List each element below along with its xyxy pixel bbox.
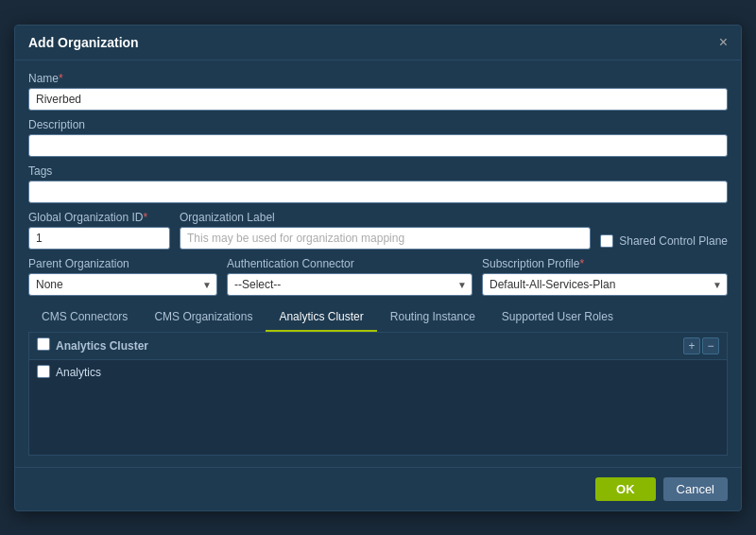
inline-fields-row: Global Organization ID* Organization Lab… <box>28 211 728 250</box>
org-label-input[interactable] <box>180 227 591 250</box>
global-org-id-label: Global Organization ID* <box>28 211 170 224</box>
add-row-button[interactable]: + <box>683 337 700 354</box>
description-field-row: Description <box>28 118 728 157</box>
tab-cms-organizations[interactable]: CMS Organizations <box>141 303 266 332</box>
analytics-cluster-header-label: Analytics Cluster <box>56 339 683 353</box>
close-button[interactable]: × <box>719 35 728 50</box>
tab-cms-connectors[interactable]: CMS Connectors <box>28 303 141 332</box>
table-header-actions: + − <box>683 337 719 354</box>
analytics-cluster-table-header: Analytics Cluster + − <box>29 333 727 360</box>
row-checkbox[interactable] <box>37 365 50 378</box>
description-label: Description <box>28 118 728 131</box>
parent-org-select[interactable]: None <box>28 273 217 296</box>
tabs-bar: CMS Connectors CMS Organizations Analyti… <box>28 303 728 333</box>
global-org-id-input[interactable] <box>28 227 170 250</box>
tags-field-row: Tags <box>28 164 728 203</box>
remove-row-button[interactable]: − <box>702 337 719 354</box>
dialog-title: Add Organization <box>28 35 139 50</box>
tab-content-analytics-cluster: Analytics Cluster + − Analytics <box>28 333 728 456</box>
sub-profile-label: Subscription Profile* <box>482 257 728 270</box>
tab-analytics-cluster[interactable]: Analytics Cluster <box>266 303 376 332</box>
dialog-header: Add Organization × <box>15 26 741 60</box>
dialog-footer: OK Cancel <box>15 467 741 510</box>
tab-supported-user-roles[interactable]: Supported User Roles <box>489 303 627 332</box>
parent-auth-row: Parent Organization None ▼ Authenticatio… <box>28 257 728 296</box>
header-checkbox-wrap <box>37 337 56 354</box>
parent-org-label: Parent Organization <box>28 257 217 270</box>
name-field-row: Name* <box>28 72 728 111</box>
shared-control-plane-checkbox[interactable] <box>600 234 613 248</box>
org-label-label: Organization Label <box>180 211 591 224</box>
table-row: Analytics <box>29 360 727 386</box>
parent-org-select-wrap: None ▼ <box>28 273 217 296</box>
auth-connector-label: Authentication Connector <box>227 257 472 270</box>
cancel-button[interactable]: Cancel <box>663 477 728 501</box>
tags-label: Tags <box>28 164 728 178</box>
sub-profile-select-wrap: Default-All-Services-Plan ▼ <box>482 273 728 296</box>
shared-control-plane-label: Shared Control Plane <box>619 234 728 248</box>
auth-connector-select-wrap: --Select-- ▼ <box>227 273 472 296</box>
dialog-body: Name* Description Tags Global Organizati… <box>15 60 741 467</box>
org-label-field: Organization Label <box>180 211 591 250</box>
auth-connector-field: Authentication Connector --Select-- ▼ <box>227 257 472 296</box>
name-label: Name* <box>28 72 728 85</box>
select-all-checkbox[interactable] <box>37 337 50 351</box>
shared-control-plane-wrap: Shared Control Plane <box>600 234 728 250</box>
tab-routing-instance[interactable]: Routing Instance <box>377 303 489 332</box>
global-org-id-field: Global Organization ID* <box>28 211 170 250</box>
row-label: Analytics <box>56 366 719 379</box>
tags-input[interactable] <box>28 181 728 203</box>
description-input[interactable] <box>28 134 728 157</box>
parent-org-field: Parent Organization None ▼ <box>28 257 217 296</box>
subscription-profile-field: Subscription Profile* Default-All-Servic… <box>482 257 728 296</box>
ok-button[interactable]: OK <box>595 477 656 501</box>
add-organization-dialog: Add Organization × Name* Description Tag… <box>14 25 742 511</box>
sub-profile-select[interactable]: Default-All-Services-Plan <box>482 273 728 296</box>
auth-connector-select[interactable]: --Select-- <box>227 273 472 296</box>
name-input[interactable] <box>28 88 728 111</box>
row-checkbox-wrap <box>37 365 56 381</box>
